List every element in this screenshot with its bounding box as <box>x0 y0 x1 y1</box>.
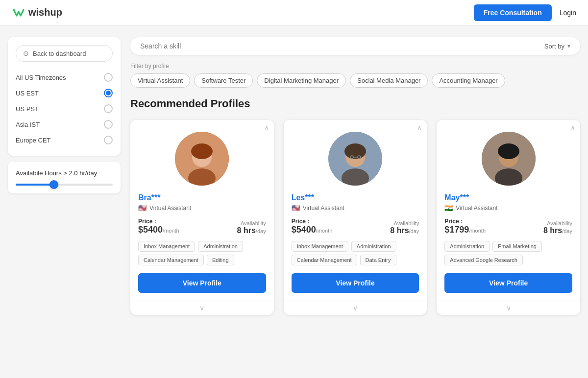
scroll-up-icon[interactable]: ∧ <box>264 124 269 132</box>
view-profile-button[interactable]: View Profile <box>292 273 419 293</box>
radio-us_pst[interactable] <box>104 104 113 113</box>
card-body: Les*** 🇺🇸 Virtual Assistant Price : $540… <box>284 193 427 301</box>
price-period: /month <box>163 228 179 234</box>
radio-asia_ist[interactable] <box>104 120 113 129</box>
sort-arrow-icon: ▾ <box>567 43 570 49</box>
skill-tag: Advanced Google Research <box>444 255 523 265</box>
price-row: Price : $5400/month Availability 8 hrs/d… <box>292 218 419 235</box>
profile-role: 🇮🇳 Virtual Assistant <box>444 204 572 212</box>
search-bar: Sort by ▾ <box>130 37 580 55</box>
avatar <box>482 132 536 186</box>
skill-tag: Administration <box>444 241 490 252</box>
header: wishup Free Consultation Login <box>0 0 588 25</box>
availability-slider[interactable] <box>16 184 113 186</box>
profile-card-may: ∧ May*** 🇮🇳 Virtual Assistant Price : $1… <box>437 120 580 315</box>
timezone-label: US EST <box>16 90 39 97</box>
role-label: Virtual Assistant <box>456 205 497 212</box>
skill-tag: Email Marketing <box>492 241 542 252</box>
skill-tag: Administration <box>198 241 243 252</box>
price-value: $5400/month <box>138 225 179 235</box>
avatar-section <box>284 120 427 193</box>
avatar <box>175 132 229 186</box>
timezone-item-all_us[interactable]: All US Timezones <box>16 70 113 85</box>
timezone-label: Asia IST <box>16 121 40 128</box>
header-actions: Free Consultation Login <box>474 4 576 21</box>
availability-section: Availability 8 hrs/day <box>390 220 419 235</box>
skill-tags: Inbox ManagementAdministrationCalendar M… <box>292 241 419 265</box>
profile-card-les: ∧ Les*** 🇺🇸 Virtual Assistant Price : $5… <box>284 120 427 315</box>
section-title: Recommended Profiles <box>130 97 580 110</box>
view-profile-button[interactable]: View Profile <box>444 273 572 293</box>
svg-point-15 <box>498 143 519 159</box>
skill-tag: Inbox Management <box>292 241 348 252</box>
skill-tags: AdministrationEmail MarketingAdvanced Go… <box>444 241 572 265</box>
timezone-item-us_pst[interactable]: US PST <box>16 101 113 117</box>
login-button[interactable]: Login <box>560 9 576 17</box>
availability-label: Availability <box>390 220 419 226</box>
availability-section: Availability 8 hrs/day <box>543 220 572 235</box>
filter-pill[interactable]: Digital Marketing Manager <box>257 73 346 88</box>
price-label: Price : <box>292 218 333 225</box>
radio-us_est[interactable] <box>104 89 113 97</box>
skill-tag: Calendar Management <box>138 255 204 265</box>
skill-tag: Editing <box>207 255 234 265</box>
filter-pill[interactable]: Accounting Manager <box>432 73 505 88</box>
timezone-list: All US Timezones US EST US PST Asia IST … <box>16 70 113 148</box>
price-section: Price : $1799/month <box>444 218 486 235</box>
search-input[interactable] <box>140 42 544 50</box>
timezone-item-us_est[interactable]: US EST <box>16 85 113 101</box>
timezone-label: Europe CET <box>16 137 51 144</box>
timezone-item-europe_cet[interactable]: Europe CET <box>16 132 113 148</box>
filter-pill[interactable]: Social Media Manager <box>350 73 428 88</box>
timezone-item-asia_ist[interactable]: Asia IST <box>16 117 113 132</box>
view-profile-button[interactable]: View Profile <box>138 273 266 293</box>
profile-role: 🇺🇸 Virtual Assistant <box>138 204 266 212</box>
filter-pill[interactable]: Virtual Assistant <box>130 73 190 88</box>
availability-value: 8 hrs/day <box>543 226 572 235</box>
hours-label: Availabile Hours > 2.0 hr/day <box>16 169 113 177</box>
avatar <box>328 132 382 186</box>
price-row: Price : $5400/month Availability 8 hrs/d… <box>138 218 266 235</box>
sort-by[interactable]: Sort by ▾ <box>544 43 570 50</box>
content-area: Sort by ▾ Filter by profile Virtual Assi… <box>130 37 580 315</box>
price-value: $1799/month <box>444 225 486 235</box>
svg-point-4 <box>191 143 213 159</box>
timezone-label: US PST <box>16 105 39 113</box>
back-icon: ⊙ <box>23 49 29 57</box>
availability-label: Availability <box>543 220 572 226</box>
hours-card: Availabile Hours > 2.0 hr/day <box>8 162 121 193</box>
scroll-down-icon[interactable]: ∨ <box>284 301 427 315</box>
price-period: /month <box>316 228 333 234</box>
availability-value: 8 hrs/day <box>237 226 266 235</box>
filter-label: Filter by profile <box>130 63 580 70</box>
profile-name: May*** <box>444 193 572 202</box>
availability-value: 8 hrs/day <box>390 226 419 235</box>
back-label: Back to dashboard <box>33 50 86 57</box>
price-section: Price : $5400/month <box>292 218 333 235</box>
back-to-dashboard-button[interactable]: ⊙ Back to dashboard <box>16 45 113 62</box>
logo[interactable]: wishup <box>12 6 62 20</box>
consultation-button[interactable]: Free Consultation <box>474 4 552 21</box>
scroll-up-icon[interactable]: ∧ <box>417 124 422 132</box>
scroll-down-icon[interactable]: ∨ <box>130 301 274 315</box>
profile-name: Bra*** <box>138 193 266 202</box>
role-label: Virtual Assistant <box>149 205 191 212</box>
filter-pill[interactable]: Software Tester <box>194 73 253 88</box>
radio-europe_cet[interactable] <box>104 136 113 144</box>
card-body: May*** 🇮🇳 Virtual Assistant Price : $179… <box>437 193 580 301</box>
skill-tag: Administration <box>351 241 396 252</box>
skill-tag: Inbox Management <box>138 241 195 252</box>
scroll-up-icon[interactable]: ∧ <box>570 124 575 132</box>
price-section: Price : $5400/month <box>138 218 179 235</box>
profile-name: Les*** <box>292 193 419 202</box>
avatar-section <box>130 120 274 193</box>
flag-icon: 🇺🇸 <box>138 204 147 212</box>
skill-tag: Data Entry <box>360 255 396 265</box>
radio-all_us[interactable] <box>104 73 113 82</box>
scroll-down-icon[interactable]: ∨ <box>437 301 580 315</box>
back-card: ⊙ Back to dashboard All US Timezones US … <box>8 37 121 156</box>
skill-tags: Inbox ManagementAdministrationCalendar M… <box>138 241 266 265</box>
price-row: Price : $1799/month Availability 8 hrs/d… <box>444 218 572 235</box>
skill-tag: Calendar Management <box>292 255 357 265</box>
flag-icon: 🇺🇸 <box>292 204 300 212</box>
